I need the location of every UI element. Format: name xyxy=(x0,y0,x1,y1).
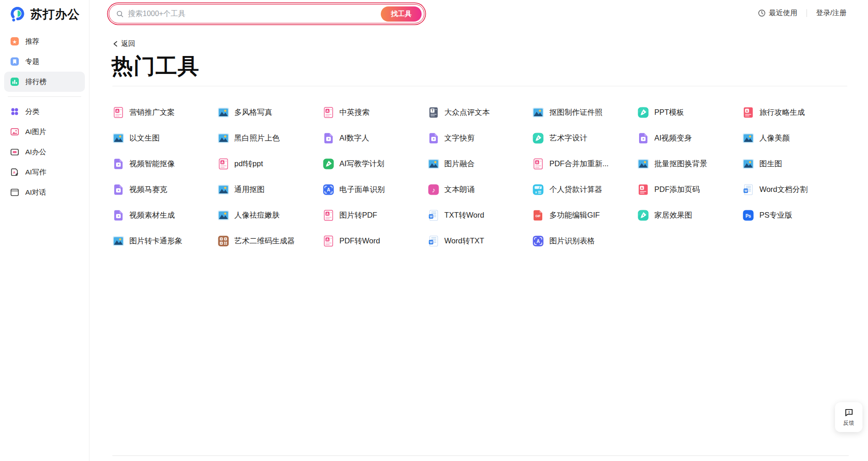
tool-item[interactable]: 文字快剪 xyxy=(428,125,533,151)
tool-item[interactable]: 视频智能抠像 xyxy=(112,151,217,177)
tool-label: PPT模板 xyxy=(654,107,684,118)
tool-label: 图片识别表格 xyxy=(549,236,595,246)
tool-item[interactable]: 抠图制作证件照 xyxy=(532,100,637,125)
ai-chat-icon xyxy=(10,188,19,197)
search-input[interactable] xyxy=(128,10,381,18)
video-doc-icon xyxy=(323,132,334,144)
sidebar-item-ai-writing[interactable]: AAI写作 xyxy=(4,162,85,182)
star-icon: ★ xyxy=(10,37,19,46)
tool-item[interactable]: GIF多功能编辑GIF xyxy=(532,202,637,228)
tool-item[interactable]: 视频素材生成 xyxy=(112,202,217,228)
tool-item[interactable]: PsPS专业版 xyxy=(742,202,847,228)
feedback-button[interactable]: ! 反馈 xyxy=(835,402,862,432)
search-icon xyxy=(116,10,124,18)
tool-item[interactable]: 家居效果图 xyxy=(637,202,742,228)
search-bar: 找工具 xyxy=(109,4,424,23)
tool-item[interactable]: APDF添加页码 xyxy=(637,177,742,202)
scan-a-icon: A xyxy=(323,184,334,196)
design-pen-icon xyxy=(637,209,649,221)
svg-text:★: ★ xyxy=(12,39,17,45)
back-button[interactable]: 返回 xyxy=(113,39,135,49)
tool-label: 图片转PDF xyxy=(339,210,378,220)
tool-item[interactable]: APDF转Word xyxy=(323,228,428,254)
tool-item[interactable]: A电子面单识别 xyxy=(323,177,428,202)
photo-icon xyxy=(217,209,229,221)
tool-label: AI写教学计划 xyxy=(339,159,384,169)
logo[interactable]: 苏打办公 xyxy=(0,0,89,23)
tool-label: 旅行攻略生成 xyxy=(759,107,805,118)
photo-icon xyxy=(217,107,229,118)
tool-label: AI数字人 xyxy=(339,133,369,143)
sidebar-item-label: AI图片 xyxy=(25,127,46,137)
sidebar-item-recommend[interactable]: ★推荐 xyxy=(4,31,85,51)
login-register-link[interactable]: 登录/注册 xyxy=(816,8,846,18)
sidebar-item-topics[interactable]: 专题 xyxy=(4,51,85,72)
tool-label: 批量抠图换背景 xyxy=(654,159,707,169)
photo-icon xyxy=(742,158,754,170)
svg-text:W: W xyxy=(745,189,748,192)
tool-item[interactable]: WTXT转Word xyxy=(428,202,533,228)
sidebar-item-ai-chat[interactable]: AI对话 xyxy=(4,182,85,202)
tool-item[interactable]: 多风格写真 xyxy=(217,100,323,125)
sidebar-item-label: 排行榜 xyxy=(25,77,47,87)
gif-doc-icon: GIF xyxy=(532,209,544,221)
photo-icon xyxy=(112,132,124,144)
svg-text:Ps: Ps xyxy=(746,214,751,219)
sidebar-item-ranking[interactable]: 排行榜 xyxy=(4,72,85,92)
tool-label: 个人贷款计算器 xyxy=(549,185,602,195)
tool-item[interactable]: WWord转TXT xyxy=(428,228,533,254)
bottom-divider xyxy=(112,455,849,456)
tool-item[interactable]: PPT模板 xyxy=(637,100,742,125)
tool-item[interactable]: A营销推广文案 xyxy=(112,100,217,125)
sidebar-item-category[interactable]: 分类 xyxy=(4,101,85,122)
tool-label: 视频马赛克 xyxy=(129,185,167,195)
topbar-right: 最近使用 登录/注册 xyxy=(758,8,846,18)
find-tools-button[interactable]: 找工具 xyxy=(381,6,422,22)
sidebar-item-ai-image[interactable]: AI图片 xyxy=(4,122,85,142)
tool-item[interactable]: 通用抠图 xyxy=(217,177,323,202)
tool-label: 视频素材生成 xyxy=(129,210,175,220)
pdf-doc-icon: A xyxy=(532,158,544,170)
tool-item[interactable]: AI写教学计划 xyxy=(323,151,428,177)
tool-item[interactable]: 人像美颜 xyxy=(742,125,847,151)
pdf-doc-icon: A xyxy=(323,235,334,247)
recent-used-link[interactable]: 最近使用 xyxy=(758,8,797,18)
tool-item[interactable]: x个人贷款计算器 xyxy=(532,177,637,202)
write-plan-icon xyxy=(323,158,334,170)
tool-item[interactable]: A中英搜索 xyxy=(323,100,428,125)
sidebar-item-label: AI写作 xyxy=(25,168,46,177)
tool-item[interactable]: AI数字人 xyxy=(323,125,428,151)
svg-text:GIF: GIF xyxy=(535,214,540,218)
tool-item[interactable]: A旅行攻略生成 xyxy=(742,100,847,125)
tool-label: 图片融合 xyxy=(445,159,475,169)
scan-a-indigo-icon: A xyxy=(532,235,544,247)
pdf-doc-icon: A xyxy=(217,158,229,170)
tool-item[interactable]: 图生图 xyxy=(742,151,847,177)
sidebar-item-ai-office[interactable]: AI办公 xyxy=(4,142,85,162)
audio-note-icon: ♪ xyxy=(428,184,440,196)
tool-item[interactable]: WWord文档分割 xyxy=(742,177,847,202)
tool-item[interactable]: 视频马赛克 xyxy=(112,177,217,202)
tool-item[interactable]: 批量抠图换背景 xyxy=(637,151,742,177)
pdf-doc-icon: A xyxy=(323,209,334,221)
tool-item[interactable]: APDF合并加重新... xyxy=(532,151,637,177)
tool-item[interactable]: 艺术二维码生成器 xyxy=(217,228,323,254)
tool-item[interactable]: A图片识别表格 xyxy=(532,228,637,254)
tool-label: PDF合并加重新... xyxy=(549,159,608,169)
tool-label: 图生图 xyxy=(759,159,782,169)
tool-item[interactable]: 以文生图 xyxy=(112,125,217,151)
tool-item[interactable]: 图片转卡通形象 xyxy=(112,228,217,254)
tool-item[interactable]: Apdf转ppt xyxy=(217,151,323,177)
design-pen-icon xyxy=(637,107,649,118)
svg-text:A: A xyxy=(13,170,16,174)
tool-item[interactable]: AI视频变身 xyxy=(637,125,742,151)
tool-label: 中英搜索 xyxy=(339,107,370,118)
ai-writing-icon: A xyxy=(10,168,19,177)
tool-item[interactable]: ♪文本朗诵 xyxy=(428,177,533,202)
tool-item[interactable]: 黑白照片上色 xyxy=(217,125,323,151)
tool-item[interactable]: T大众点评文本 xyxy=(428,100,533,125)
tool-item[interactable]: 人像祛痘嫩肤 xyxy=(217,202,323,228)
tool-item[interactable]: 艺术字设计 xyxy=(532,125,637,151)
tool-item[interactable]: A图片转PDF xyxy=(323,202,428,228)
tool-item[interactable]: 图片融合 xyxy=(428,151,533,177)
